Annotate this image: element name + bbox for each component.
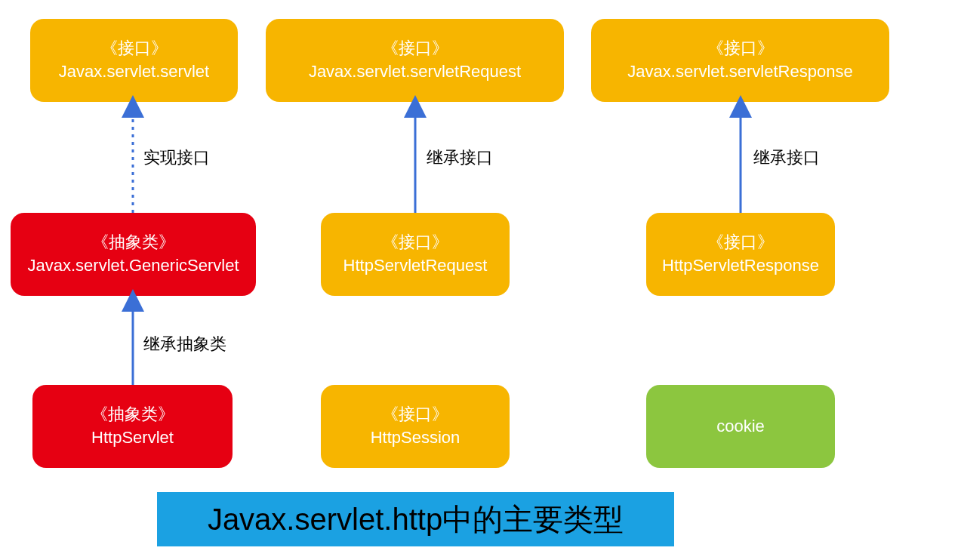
class-name: Javax.servlet.servletRequest [309, 60, 521, 84]
stereotype-label: 《接口》 [707, 37, 774, 60]
label-inherit-interface-1: 继承接口 [427, 146, 493, 169]
class-name: HttpServlet [91, 426, 174, 450]
stereotype-label: 《抽象类》 [91, 403, 174, 426]
box-cookie-class: cookie [646, 385, 835, 468]
box-genericservlet-abstract: 《抽象类》 Javax.servlet.GenericServlet [11, 213, 256, 296]
box-servletrequest-interface: 《接口》 Javax.servlet.servletRequest [266, 19, 564, 102]
box-httpsession-interface: 《接口》 HttpSession [321, 385, 510, 468]
class-name: cookie [716, 417, 765, 436]
class-name: Javax.servlet.servlet [59, 60, 209, 84]
box-httpservletrequest-interface: 《接口》 HttpServletRequest [321, 213, 510, 296]
stereotype-label: 《接口》 [101, 37, 168, 60]
stereotype-label: 《接口》 [707, 231, 774, 254]
title-bar: Javax.servlet.http中的主要类型 [157, 492, 674, 546]
class-name: HttpServletResponse [662, 254, 819, 278]
label-inherit-interface-2: 继承接口 [753, 146, 820, 169]
class-name: HttpServletRequest [343, 254, 488, 278]
stereotype-label: 《接口》 [382, 231, 448, 254]
class-name: HttpSession [371, 426, 460, 450]
class-name: Javax.servlet.GenericServlet [28, 254, 239, 278]
box-httpservletresponse-interface: 《接口》 HttpServletResponse [646, 213, 835, 296]
stereotype-label: 《接口》 [382, 403, 448, 426]
label-inherit-abstract: 继承抽象类 [143, 333, 226, 355]
stereotype-label: 《接口》 [382, 37, 448, 60]
label-implement-interface: 实现接口 [143, 146, 210, 169]
box-servletresponse-interface: 《接口》 Javax.servlet.servletResponse [591, 19, 889, 102]
box-servlet-interface: 《接口》 Javax.servlet.servlet [30, 19, 238, 102]
stereotype-label: 《抽象类》 [92, 231, 175, 254]
title-text: Javax.servlet.http中的主要类型 [208, 499, 624, 540]
class-name: Javax.servlet.servletResponse [627, 60, 852, 84]
box-httpservlet-abstract: 《抽象类》 HttpServlet [32, 385, 233, 468]
